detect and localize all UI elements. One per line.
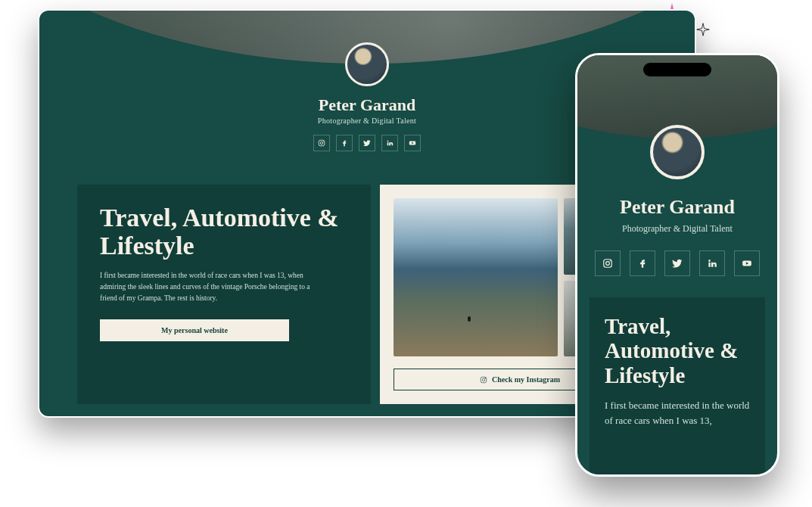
instagram-icon <box>480 376 487 384</box>
phone-notch <box>643 63 711 76</box>
gallery-image <box>394 198 558 356</box>
twitter-icon[interactable] <box>359 135 375 151</box>
website-button[interactable]: My personal website <box>100 319 289 341</box>
facebook-icon[interactable] <box>630 250 655 276</box>
sparkle-icon <box>696 23 710 36</box>
mobile-preview: Peter Garand Photographer & Digital Tale… <box>575 53 779 477</box>
profile-name: Peter Garand <box>577 196 777 219</box>
linkedin-icon[interactable] <box>699 250 725 276</box>
headline: Travel, Automotive & Lifestyle <box>100 204 348 260</box>
headline: Travel, Automotive & Lifestyle <box>605 314 750 387</box>
svg-point-9 <box>610 260 611 261</box>
svg-point-5 <box>482 378 484 381</box>
twitter-icon[interactable] <box>664 250 690 276</box>
bio-text: I first became interested in the world o… <box>605 398 750 428</box>
bio-text: I first became interested in the world o… <box>100 270 327 303</box>
svg-point-6 <box>485 378 486 378</box>
avatar <box>650 125 705 179</box>
profile-subtitle: Photographer & Digital Talent <box>577 223 777 235</box>
linkedin-icon[interactable] <box>381 135 398 151</box>
content-panel: Travel, Automotive & Lifestyle I first b… <box>77 185 371 404</box>
instagram-icon[interactable] <box>313 135 330 151</box>
svg-point-1 <box>320 142 322 144</box>
instagram-button-label: Check my Instagram <box>492 375 560 384</box>
avatar <box>345 42 389 86</box>
facebook-icon[interactable] <box>336 135 353 151</box>
youtube-icon[interactable] <box>734 250 760 276</box>
svg-point-8 <box>606 262 610 266</box>
youtube-icon[interactable] <box>404 135 421 151</box>
instagram-icon[interactable] <box>595 250 621 276</box>
content-panel: Travel, Automotive & Lifestyle I first b… <box>590 297 765 474</box>
svg-point-2 <box>323 141 324 142</box>
social-links <box>577 250 777 276</box>
